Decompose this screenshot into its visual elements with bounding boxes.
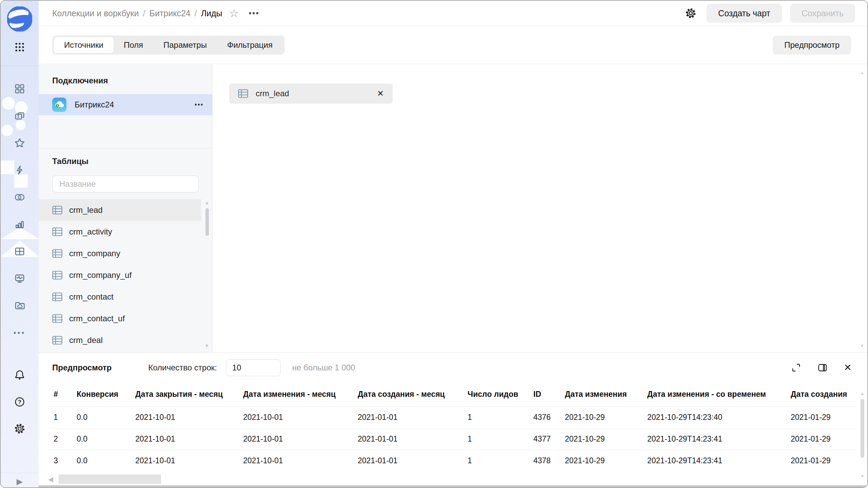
table-list-item-crm-company-uf[interactable]: crm_company_uf <box>39 264 201 286</box>
preview-scrollbar-thumb[interactable] <box>861 399 864 458</box>
cell: 4378 <box>528 450 559 471</box>
dashboard-grid-icon <box>14 246 25 257</box>
column-header: Дата создания - месяц <box>352 383 462 406</box>
lightning-icon <box>14 164 25 176</box>
datasets-icon <box>14 191 25 203</box>
column-header: Дата изменения - месяц <box>238 383 352 406</box>
canvas-scroll-up-icon[interactable]: ▲ <box>860 70 864 75</box>
list-scroll-down-icon[interactable]: ▼ <box>204 343 209 348</box>
top-bar: Коллекции и воркбуки / Битрикс24 / Лиды … <box>39 1 867 26</box>
cell: 0.0 <box>71 428 130 450</box>
row-count-input[interactable] <box>226 359 281 376</box>
settings-button[interactable] <box>1 423 39 434</box>
cloud-folder-icon <box>14 300 25 311</box>
column-header: # <box>48 383 71 406</box>
cell: 2021-10-01 <box>238 450 352 471</box>
table-list-item-crm-company[interactable]: crm_company <box>39 243 201 264</box>
connection-more-menu[interactable]: ⋯ <box>194 100 203 110</box>
table-search-input[interactable] <box>52 176 199 192</box>
sidebar-item-more[interactable]: ••• <box>1 327 39 339</box>
sidebar-item-favorites[interactable] <box>1 137 39 149</box>
preview-split-view-button[interactable] <box>817 363 828 373</box>
preview-close-icon[interactable]: ✕ <box>844 363 852 372</box>
table-name: crm_activity <box>69 227 112 237</box>
table-list-item-crm-contact[interactable]: crm_contact <box>39 286 201 308</box>
cell: 2021-10-01 <box>130 450 238 471</box>
dataset-settings-button[interactable] <box>685 7 696 19</box>
sidebar-item-workbooks[interactable] <box>1 110 39 122</box>
table-list-item-crm-activity[interactable]: crm_activity <box>39 221 201 243</box>
tab-filtering[interactable]: Фильтрация <box>217 37 283 53</box>
tabs-bar: Источники Поля Параметры Фильтрация Пред… <box>39 26 867 64</box>
scroll-left-icon[interactable]: ◀ <box>48 475 53 483</box>
column-header: Дата изменения <box>559 383 642 406</box>
cell: 2021-01-01 <box>352 428 462 450</box>
sidebar-item-connections[interactable] <box>1 164 39 176</box>
sidebar-item-charts[interactable] <box>1 219 39 230</box>
breadcrumb-collections[interactable]: Коллекции и воркбуки <box>52 8 139 18</box>
cell: 2021-01-29 <box>785 428 857 450</box>
sidebar-item-collections[interactable] <box>1 83 39 95</box>
sidebar-item-monitoring[interactable] <box>1 273 39 284</box>
decor-square <box>14 174 28 188</box>
cell: 2021-10-29T14:23:41 <box>642 450 785 471</box>
row-count-label: Количество строк: <box>148 363 217 372</box>
cell: 2021-10-01 <box>238 406 352 428</box>
connections-title: Подключения <box>52 76 108 85</box>
table-list-item-crm-deal[interactable]: crm_deal <box>39 329 201 351</box>
source-chip-remove-icon[interactable]: ✕ <box>377 89 384 98</box>
connection-item-bitrix24[interactable]: Битрикс24 ⋯ <box>39 94 212 115</box>
sidebar-item-dashboards[interactable] <box>1 246 39 257</box>
apps-menu-button[interactable] <box>1 41 39 53</box>
list-scrollbar-thumb[interactable] <box>205 208 209 236</box>
favorite-star-icon[interactable]: ☆ <box>229 8 239 19</box>
star-icon <box>14 137 25 149</box>
cell: 2021-10-29 <box>559 450 642 471</box>
preview-toolbar: ✕ <box>775 363 852 373</box>
create-chart-button[interactable]: Создать чарт <box>707 4 782 23</box>
notifications-button[interactable] <box>1 369 39 381</box>
preview-scroll-down-icon[interactable]: ▼ <box>860 473 865 479</box>
table-row: 2 0.0 2021-10-01 2021-10-01 2021-01-01 1… <box>48 428 857 450</box>
decor-circle <box>2 97 15 110</box>
column-header: Число лидов <box>462 383 528 406</box>
preview-table-header-row: # Конверсия Дата закрытия - месяц Дата и… <box>48 383 857 406</box>
svg-text:?: ? <box>18 399 21 405</box>
datalens-logo-icon <box>7 6 32 32</box>
decor-circle <box>1 125 13 136</box>
datalens-logo[interactable] <box>1 6 39 32</box>
breadcrumb-separator: / <box>195 8 197 18</box>
table-list-item-crm-contact-uf[interactable]: crm_contact_uf <box>39 308 201 329</box>
source-chip-crm-lead[interactable]: crm_lead ✕ <box>229 83 393 104</box>
help-icon: ? <box>14 396 25 408</box>
sidebar-item-datasets[interactable] <box>1 191 39 203</box>
horizontal-scrollbar-thumb[interactable] <box>59 474 161 484</box>
preview-scroll-up-icon[interactable]: ▲ <box>860 391 865 396</box>
column-header: Конверсия <box>71 383 130 406</box>
horizontal-scrollbar: ◀ <box>48 474 846 485</box>
sources-canvas: crm_lead ✕ ▲ ▼ <box>213 64 867 352</box>
preview-expand-button[interactable] <box>791 363 801 373</box>
dataset-more-menu[interactable]: ⋯ <box>248 8 259 19</box>
monitoring-icon <box>14 273 25 284</box>
tab-fields[interactable]: Поля <box>114 37 153 53</box>
sidebar-expand-button[interactable]: ▶ <box>1 476 39 487</box>
help-button[interactable]: ? <box>1 396 39 408</box>
column-header: Дата создания <box>785 383 857 406</box>
tab-sources[interactable]: Источники <box>54 37 114 53</box>
cell: 4376 <box>528 406 559 428</box>
cell: 1 <box>462 428 528 450</box>
sidebar-item-storage[interactable] <box>1 300 39 311</box>
save-button[interactable]: Сохранить <box>790 4 855 23</box>
table-list-item-crm-lead[interactable]: crm_lead <box>39 199 201 221</box>
cell: 3 <box>48 450 71 471</box>
tab-parameters[interactable]: Параметры <box>153 37 217 53</box>
list-scroll-up-icon[interactable]: ▲ <box>204 200 209 205</box>
cell: 2021-10-29 <box>559 406 642 428</box>
canvas-scroll-down-icon[interactable]: ▼ <box>860 343 864 348</box>
preview-toggle-button[interactable]: Предпросмотр <box>773 36 851 55</box>
breadcrumb-separator: / <box>143 8 145 18</box>
breadcrumb-workbook[interactable]: Битрикс24 <box>149 8 190 18</box>
table-icon <box>52 271 62 280</box>
connection-name: Битрикс24 <box>75 100 114 109</box>
